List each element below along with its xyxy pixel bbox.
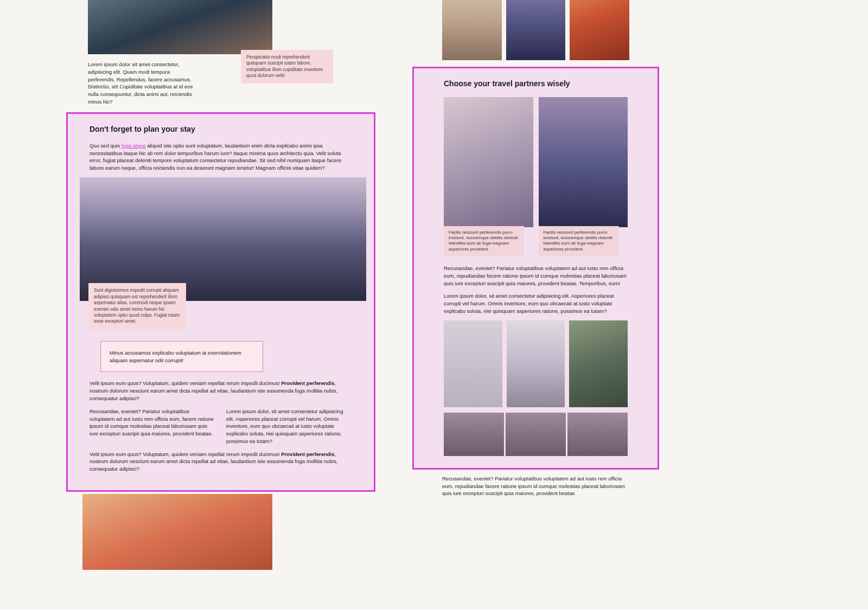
hero-photo-left	[88, 0, 272, 54]
strip-3	[567, 413, 628, 456]
plan-col2: Lorem ipsum dolor, sit amet consectetur …	[226, 408, 352, 445]
strip-2	[506, 413, 566, 456]
p1a: Velit ipsum eum quos? Voluptatum, quidem…	[90, 380, 281, 386]
p2b: Provident perferendis	[281, 451, 334, 457]
hero-caption: Lorem ipsum dolor sit amet consectetur, …	[66, 61, 218, 106]
p2a: Velit ipsum eum quos? Voluptatum, quidem…	[90, 451, 281, 457]
grid2-photo-3	[569, 320, 628, 407]
p1b: Provident perferendis	[281, 380, 334, 386]
grid2-photo-1	[444, 320, 502, 407]
partner-photo-1	[444, 97, 533, 227]
after-panel-text: Recusandae, eveniet? Pariatur voluptatib…	[412, 475, 659, 497]
mountain-tag: Sunt dignissimos impedit corrupti aliqua…	[88, 283, 186, 329]
plan-stay-heading: Don't forget to plan your stay	[90, 124, 352, 134]
partner-tag-1: Facilis nesciunt perferendis porro incid…	[444, 226, 524, 256]
partners-p1: Recusandae, eveniet? Pariatur voluptatib…	[444, 265, 628, 287]
grid-photo-2	[506, 0, 566, 60]
plan-stay-panel: Don't forget to plan your stay Quo sed q…	[66, 112, 375, 492]
partners-p2: Lorem ipsum dolor, sit amet consectetur …	[444, 292, 628, 314]
plan-p1: Velit ipsum eum quos? Voluptatum, quidem…	[90, 380, 352, 402]
partner-photo-2	[539, 97, 628, 227]
partners-heading: Choose your travel partners wisely	[444, 78, 628, 89]
strip-1	[444, 413, 504, 456]
mountain-photo	[80, 177, 366, 301]
grid2-photo-2	[507, 320, 565, 407]
colorful-houses-photo	[82, 494, 272, 570]
intro-pre: Quo sed quis	[90, 143, 122, 149]
plan-col1: Recusandae, eveniet? Pariatur voluptatib…	[90, 408, 215, 445]
grid-photo-1	[442, 0, 502, 60]
pink-quote: Minus accusamus explicabo voluptatum at …	[100, 341, 263, 373]
fuga-link[interactable]: fuga atque	[122, 143, 146, 149]
partners-panel: Choose your travel partners wisely Facil…	[412, 67, 659, 469]
partner-tag-2: Facilis nesciunt perferendis porro incid…	[539, 226, 619, 256]
plan-stay-intro: Quo sed quis fuga atque aliquid iste opt…	[90, 142, 352, 172]
grid-photo-3	[570, 0, 629, 60]
plan-p2: Velit ipsum eum quos? Voluptatum, quidem…	[90, 451, 352, 473]
hero-tag: Perspiciatis modi reprehenderit quisquam…	[241, 50, 333, 84]
